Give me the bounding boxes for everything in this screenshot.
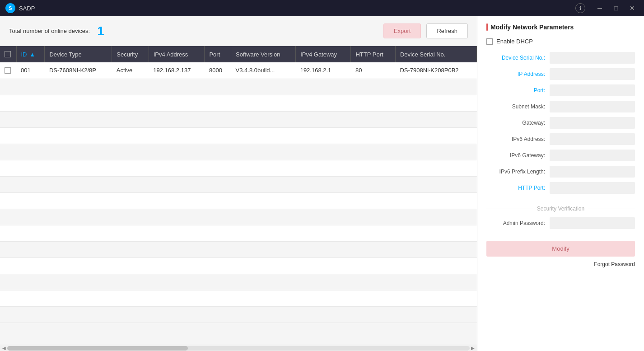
left-panel: Total number of online devices: 1 Export… <box>0 16 477 351</box>
column-id[interactable]: ID ▲ <box>16 46 45 62</box>
field-input-gateway[interactable] <box>550 117 635 129</box>
device-count: 1 <box>97 25 104 37</box>
field-row-ipv6_gateway: IPv6 Gateway: <box>486 150 635 161</box>
app-title: SADP <box>19 5 575 12</box>
toolbar: Total number of online devices: 1 Export… <box>0 16 477 46</box>
refresh-button[interactable]: Refresh <box>426 23 468 38</box>
scroll-thumb-h[interactable] <box>7 346 188 351</box>
info-button[interactable]: ℹ <box>575 3 585 13</box>
minimize-icon: ─ <box>597 5 602 12</box>
maximize-button[interactable]: □ <box>610 3 622 13</box>
select-all-checkbox[interactable] <box>5 51 11 57</box>
row-device-type: DS-7608NI-K2/8P <box>45 62 112 79</box>
row-checkbox-cell <box>0 62 16 79</box>
minimize-button[interactable]: ─ <box>593 3 606 13</box>
field-input-ipv6_gateway[interactable] <box>550 150 635 161</box>
empty-row <box>0 257 477 274</box>
row-ipv4-address: 192.168.2.137 <box>149 62 205 79</box>
empty-row <box>0 209 477 225</box>
column-security[interactable]: Security <box>112 46 149 62</box>
column-serial-no[interactable]: Device Serial No. <box>395 46 476 62</box>
row-serial-no: DS-7908Ni-K208P0B2 <box>395 62 476 79</box>
column-checkbox <box>0 46 16 62</box>
dhcp-label: Enable DHCP <box>496 38 533 45</box>
field-input-http_port[interactable] <box>550 182 635 194</box>
column-software-version[interactable]: Software Version <box>231 46 296 62</box>
admin-password-input[interactable] <box>550 217 635 229</box>
empty-row <box>0 241 477 257</box>
field-label-port: Port: <box>486 87 550 94</box>
row-port: 8000 <box>205 62 231 79</box>
field-input-ip_address[interactable] <box>550 68 635 80</box>
empty-row <box>0 306 477 323</box>
empty-row <box>0 274 477 290</box>
field-row-subnet_mask: Subnet Mask: <box>486 101 635 112</box>
field-row-http_port: HTTP Port: <box>486 182 635 194</box>
field-row-ip_address: IP Address: <box>486 68 635 80</box>
form-fields: Device Serial No.: IP Address: Port: Sub… <box>486 52 635 198</box>
column-port[interactable]: Port <box>205 46 231 62</box>
scroll-track <box>7 346 470 351</box>
empty-row <box>0 127 477 144</box>
forgot-password-link[interactable]: Forgot Password <box>486 261 635 269</box>
field-input-device_serial_no[interactable] <box>550 52 635 64</box>
field-label-gateway: Gateway: <box>486 120 550 126</box>
table-row[interactable]: 001 DS-7608NI-K2/8P Active 192.168.2.137… <box>0 62 477 79</box>
field-row-ipv6_prefix_length: IPv6 Prefix Length: <box>486 166 635 178</box>
title-accent-bar <box>486 23 488 31</box>
window-controls: ℹ ─ □ ✕ <box>575 3 639 13</box>
field-input-ipv6_address[interactable] <box>550 133 635 145</box>
panel-title: Modify Network Parameters <box>486 23 635 31</box>
column-http-port[interactable]: HTTP Port <box>351 46 396 62</box>
horizontal-scrollbar[interactable]: ◀ ▶ <box>0 345 477 351</box>
empty-row <box>0 95 477 111</box>
dhcp-checkbox[interactable] <box>486 38 493 45</box>
main-container: Total number of online devices: 1 Export… <box>0 16 644 351</box>
row-checkbox[interactable] <box>5 67 11 74</box>
field-row-ipv6_address: IPv6 Address: <box>486 133 635 145</box>
empty-row <box>0 225 477 241</box>
close-button[interactable]: ✕ <box>626 3 639 13</box>
field-label-ipv6_address: IPv6 Address: <box>486 136 550 142</box>
empty-row <box>0 192 477 209</box>
empty-row <box>0 160 477 176</box>
field-input-port[interactable] <box>550 84 635 96</box>
row-ipv4-gateway: 192.168.2.1 <box>296 62 351 79</box>
field-row-port: Port: <box>486 84 635 96</box>
field-input-ipv6_prefix_length[interactable] <box>550 166 635 178</box>
scroll-right-arrow[interactable]: ▶ <box>470 346 476 351</box>
field-row-gateway: Gateway: <box>486 117 635 129</box>
total-devices-label: Total number of online devices: <box>9 28 90 34</box>
scroll-left-arrow[interactable]: ◀ <box>1 346 7 351</box>
column-ipv4-gateway[interactable]: IPv4 Gateway <box>296 46 351 62</box>
empty-row <box>0 176 477 192</box>
maximize-icon: □ <box>614 5 618 12</box>
device-table-container: ID ▲ Device Type Security IPv4 Address P… <box>0 46 477 345</box>
empty-row <box>0 79 477 95</box>
field-label-ipv6_gateway: IPv6 Gateway: <box>486 152 550 159</box>
field-label-subnet_mask: Subnet Mask: <box>486 103 550 110</box>
field-label-device_serial_no: Device Serial No.: <box>486 55 550 61</box>
export-button[interactable]: Export <box>383 23 421 38</box>
app-logo: S <box>5 3 15 13</box>
modify-button[interactable]: Modify <box>486 241 635 257</box>
column-device-type[interactable]: Device Type <box>45 46 112 62</box>
admin-password-row: Admin Password: <box>486 217 635 229</box>
divider-line-right <box>588 209 635 209</box>
right-panel: Modify Network Parameters Enable DHCP De… <box>477 16 644 351</box>
admin-password-label: Admin Password: <box>486 220 550 226</box>
table-header-row: ID ▲ Device Type Security IPv4 Address P… <box>0 46 477 62</box>
empty-row <box>0 111 477 127</box>
empty-row <box>0 144 477 160</box>
field-row-device_serial_no: Device Serial No.: <box>486 52 635 64</box>
row-software-version: V3.4.8.0build... <box>231 62 296 79</box>
divider-line-left <box>486 209 533 209</box>
row-security: Active <box>112 62 149 79</box>
column-ipv4-address[interactable]: IPv4 Address <box>149 46 205 62</box>
security-verification-label: Security Verification <box>533 206 588 212</box>
field-label-ipv6_prefix_length: IPv6 Prefix Length: <box>486 168 550 175</box>
dhcp-row: Enable DHCP <box>486 38 635 45</box>
field-input-subnet_mask[interactable] <box>550 101 635 112</box>
field-label-http_port: HTTP Port: <box>486 185 550 191</box>
security-verification-divider: Security Verification <box>486 206 635 212</box>
